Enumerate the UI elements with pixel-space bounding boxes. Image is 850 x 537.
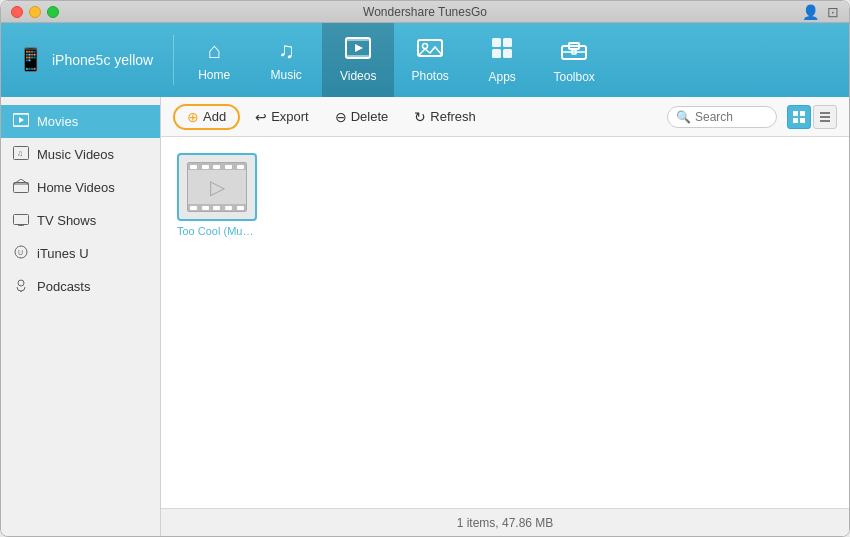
nav-toolbox-label: Toolbox [553,70,594,84]
nav-item-music[interactable]: ♫ Music [250,23,322,97]
movies-sidebar-icon [13,113,29,130]
device-label: 📱 iPhone5c yellow [1,47,169,73]
film-hole [190,165,197,169]
device-icon: 📱 [17,47,44,73]
sidebar-item-music-videos[interactable]: ♫ Music Videos [1,138,160,171]
videos-icon [345,37,371,65]
search-icon: 🔍 [676,110,691,124]
svg-rect-7 [503,38,512,47]
close-button[interactable] [11,6,23,18]
titlebar-controls: 👤 ⊡ [802,4,839,20]
add-icon: ⊕ [187,109,199,125]
sidebar-item-tv-shows[interactable]: TV Shows [1,204,160,237]
svg-marker-17 [19,117,24,123]
window-control-icon[interactable]: ⊡ [827,4,839,20]
refresh-label: Refresh [430,109,476,124]
film-hole [202,165,209,169]
svg-rect-22 [14,215,29,225]
film-hole [237,165,244,169]
film-strip-top [188,163,246,170]
traffic-lights [11,6,59,18]
svg-rect-32 [800,118,805,123]
user-icon[interactable]: 👤 [802,4,819,20]
nav-item-toolbox[interactable]: Toolbox [538,23,610,97]
home-icon: ⌂ [208,38,221,64]
status-bar: 1 items, 47.86 MB [161,508,849,536]
minimize-button[interactable] [29,6,41,18]
svg-rect-6 [492,38,501,47]
search-input[interactable] [695,110,775,124]
svg-point-5 [423,44,428,49]
content-area: Movies ♫ Music Videos Hom [1,97,849,536]
nav-item-photos[interactable]: Photos [394,23,466,97]
svg-rect-16 [13,125,29,127]
svg-rect-9 [503,49,512,58]
svg-text:U: U [18,249,23,256]
video-thumb-inner: ▷ [187,162,247,212]
home-videos-sidebar-icon [13,179,29,196]
delete-label: Delete [351,109,389,124]
toolbox-icon [561,36,587,66]
status-text: 1 items, 47.86 MB [457,516,554,530]
view-toggle [787,105,837,129]
maximize-button[interactable] [47,6,59,18]
list-view-button[interactable] [813,105,837,129]
svg-marker-21 [14,179,28,184]
export-button[interactable]: ↩ Export [244,104,320,130]
film-hole [225,165,232,169]
apps-icon [490,36,514,66]
navbar: 📱 iPhone5c yellow ⌂ Home ♫ Music [1,23,849,97]
film-hole [190,206,197,210]
sidebar-movies-label: Movies [37,114,78,129]
window-title: Wondershare TunesGo [363,5,487,19]
video-item[interactable]: ▷ Too Cool (Musi... [177,153,257,237]
photos-icon [417,37,443,65]
sidebar-tv-shows-label: TV Shows [37,213,96,228]
add-button[interactable]: ⊕ Add [173,104,240,130]
sidebar-home-videos-label: Home Videos [37,180,115,195]
nav-photos-label: Photos [411,69,448,83]
svg-rect-2 [346,55,370,58]
sidebar-podcasts-label: Podcasts [37,279,90,294]
sidebar-item-itunes-u[interactable]: U iTunes U [1,237,160,270]
svg-marker-3 [355,44,363,52]
grid-view-button[interactable] [787,105,811,129]
app-window: Wondershare TunesGo 👤 ⊡ 📱 iPhone5c yello… [0,0,850,537]
sidebar-itunes-u-label: iTunes U [37,246,89,261]
play-icon: ▷ [210,175,225,199]
svg-rect-31 [793,118,798,123]
nav-music-label: Music [271,68,302,82]
svg-rect-1 [346,38,370,41]
nav-item-apps[interactable]: Apps [466,23,538,97]
search-box[interactable]: 🔍 [667,106,777,128]
music-videos-sidebar-icon: ♫ [13,146,29,163]
video-label: Too Cool (Musi... [177,225,257,237]
nav-apps-label: Apps [488,70,515,84]
export-label: Export [271,109,309,124]
grid-content: ▷ Too Cool (Musi... [161,137,849,508]
film-hole [213,206,220,210]
svg-rect-8 [492,49,501,58]
svg-text:♫: ♫ [17,149,23,158]
titlebar: Wondershare TunesGo 👤 ⊡ [1,1,849,23]
add-label: Add [203,109,226,124]
sidebar-item-podcasts[interactable]: Podcasts [1,270,160,303]
svg-rect-15 [13,113,29,115]
device-name: iPhone5c yellow [52,52,153,68]
nav-item-home[interactable]: ⌂ Home [178,23,250,97]
podcasts-sidebar-icon [13,278,29,295]
delete-button[interactable]: ⊖ Delete [324,104,400,130]
toolbar: ⊕ Add ↩ Export ⊖ Delete ↻ Refresh 🔍 [161,97,849,137]
refresh-button[interactable]: ↻ Refresh [403,104,487,130]
sidebar-item-movies[interactable]: Movies [1,105,160,138]
svg-rect-29 [793,111,798,116]
svg-point-27 [18,280,24,286]
sidebar: Movies ♫ Music Videos Hom [1,97,161,536]
film-hole [202,206,209,210]
nav-item-videos[interactable]: Videos [322,23,394,97]
nav-separator [173,35,174,85]
video-thumbnail: ▷ [177,153,257,221]
main-panel: ⊕ Add ↩ Export ⊖ Delete ↻ Refresh 🔍 [161,97,849,536]
music-icon: ♫ [278,38,295,64]
sidebar-item-home-videos[interactable]: Home Videos [1,171,160,204]
